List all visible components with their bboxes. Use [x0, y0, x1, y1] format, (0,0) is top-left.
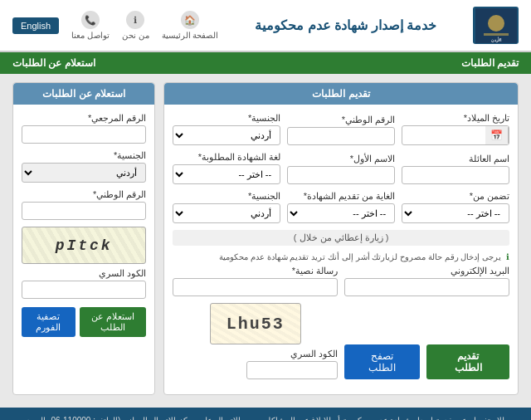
nationality-select[interactable]: أردني أجنبي — [173, 125, 280, 145]
svg-rect-2 — [484, 33, 509, 36]
status-national-no-label: الرقم الوطني* — [22, 189, 146, 200]
nationality2-label: الجنسية* — [173, 191, 280, 202]
form-captcha-input[interactable] — [246, 361, 338, 379]
nav-home-label: الصفحة الرئيسية — [162, 31, 219, 40]
nav-bar: 🏠 الصفحة الرئيسية ℹ من نحن 📞 تواصل معنا … — [12, 11, 218, 40]
form-captcha-field: الكود السري — [173, 349, 338, 379]
form-panel: تقديم الطلبات تاريخ الميلاد* 📅 الرقم الو… — [163, 82, 519, 395]
nationality2-select[interactable]: أردني — [173, 203, 280, 223]
form-captcha-area: Lhu53 الكود السري — [173, 303, 338, 379]
footer-line1: للاستفسار عن خدمة إصدار شهادة عدم محكومي… — [8, 414, 523, 420]
purpose-from-select[interactable]: -- اختر -- — [402, 203, 509, 223]
page-footer: للاستفسار عن خدمة إصدار شهادة عدم محكومي… — [0, 408, 531, 420]
phone-icon: 📞 — [81, 11, 100, 29]
email-label: البريد الإلكتروني — [344, 266, 509, 276]
status-ref-no-field: الرقم المرجعي* — [22, 113, 146, 144]
status-captcha-field: الكود السري — [22, 268, 146, 299]
email-input[interactable] — [344, 278, 509, 296]
status-tab-title: استعلام عن الطلبات — [12, 57, 95, 69]
first-name-field: الاسم الأول* — [287, 154, 395, 184]
nav-about[interactable]: ℹ من نحن — [122, 11, 149, 40]
dob-input[interactable] — [402, 127, 485, 144]
message-label: رسالة نصية* — [173, 266, 338, 276]
cert-lang-select[interactable]: -- اختر -- — [173, 164, 280, 184]
calendar-icon[interactable]: 📅 — [485, 126, 509, 144]
status-gender-field: الجنسية* أردني — [22, 150, 146, 183]
purpose-from-field: تضمن من* -- اختر -- — [402, 191, 509, 223]
sub-header: تقديم الطلبات استعلام عن الطلبات — [0, 52, 531, 74]
status-gender-select[interactable]: أردني — [22, 163, 146, 183]
family-name-label: اسم العائلة — [402, 154, 509, 164]
status-national-no-field: الرقم الوطني* — [22, 189, 146, 220]
first-name-input[interactable] — [287, 166, 395, 184]
status-captcha-input[interactable] — [22, 281, 146, 299]
main-content: تقديم الطلبات تاريخ الميلاد* 📅 الرقم الو… — [0, 74, 531, 403]
family-name-field: اسم العائلة — [402, 154, 509, 184]
form-panel-header: تقديم الطلبات — [164, 83, 518, 105]
dob-field: تاريخ الميلاد* 📅 — [402, 113, 509, 145]
cert-purpose-field: الغاية من تقديم الشهادة* -- اختر -- — [287, 191, 395, 223]
status-captcha-text: pItck — [56, 237, 113, 254]
dob-label: تاريخ الميلاد* — [402, 113, 509, 124]
nav-contact[interactable]: 📞 تواصل معنا — [71, 11, 110, 40]
info-text-content: يرجى إدخال رقم حالة مصروح لزيارتك أشر إل… — [219, 252, 501, 261]
form-body: تاريخ الميلاد* 📅 الرقم الوطني* الجنسية* … — [164, 105, 518, 394]
svg-point-1 — [488, 15, 504, 32]
national-no-field: الرقم الوطني* — [287, 115, 395, 145]
status-btn-row: استعلام عن الطلب تصفية الفورم — [22, 307, 146, 337]
purpose-from-label: تضمن من* — [402, 191, 509, 202]
query-button[interactable]: استعلام عن الطلب — [80, 307, 147, 337]
form-captcha-label: الكود السري — [173, 349, 338, 359]
form-captcha-image: Lhu53 — [210, 303, 301, 344]
status-captcha-label: الكود السري — [22, 268, 146, 279]
english-button[interactable]: English — [12, 17, 59, 34]
national-no-label: الرقم الوطني* — [287, 115, 395, 125]
family-name-input[interactable] — [402, 166, 509, 184]
nav-contact-label: تواصل معنا — [71, 31, 110, 40]
nationality-field: الجنسية* أردني أجنبي — [173, 113, 280, 145]
first-name-label: الاسم الأول* — [287, 154, 395, 164]
bottom-section: تقديم الطلب تصفح الطلب Lhu53 الكود السري — [173, 303, 509, 379]
info-text: ℹ يرجى إدخال رقم حالة مصروح لزيارتك أشر … — [173, 252, 509, 261]
status-panel: استعلام عن الطلبات الرقم المرجعي* الجنسي… — [12, 82, 155, 395]
form-captcha-text: Lhu53 — [227, 315, 285, 334]
dob-wrapper: 📅 — [402, 125, 509, 145]
cert-purpose-select[interactable]: -- اختر -- — [287, 203, 395, 223]
cert-lang-label: لغة الشهادة المطلوبة* — [173, 152, 280, 163]
logo-image: الأردن — [473, 7, 519, 44]
page-title: خدمة إصدار شهادة عدم محكومية — [218, 17, 473, 33]
status-panel-header: استعلام عن الطلبات — [13, 83, 154, 105]
status-ref-no-input[interactable] — [22, 125, 146, 144]
form-row-3: تضمن من* -- اختر -- الغاية من تقديم الشه… — [173, 191, 509, 223]
status-ref-no-label: الرقم المرجعي* — [22, 113, 146, 124]
page-header: الأردن خدمة إصدار شهادة عدم محكومية 🏠 ال… — [0, 0, 531, 52]
info-icon: ℹ — [506, 252, 509, 261]
submit-button[interactable]: تقديم الطلب — [426, 344, 509, 379]
national-no-input[interactable] — [287, 127, 395, 145]
message-field: رسالة نصية* — [173, 266, 338, 296]
svg-text:الأردن: الأردن — [491, 37, 502, 43]
info-icon: ℹ — [126, 11, 144, 29]
home-icon: 🏠 — [181, 11, 199, 29]
cert-lang-field: لغة الشهادة المطلوبة* -- اختر -- — [173, 152, 280, 184]
cert-purpose-label: الغاية من تقديم الشهادة* — [287, 191, 395, 202]
section-divider: ( زيارة إعطائي من خلال ) — [173, 230, 509, 246]
nav-about-label: من نحن — [122, 31, 149, 40]
form-tab-title: تقديم الطلبات — [461, 57, 519, 69]
form-row-1: تاريخ الميلاد* 📅 الرقم الوطني* الجنسية* … — [173, 113, 509, 145]
clear-button[interactable]: تصفية الفورم — [22, 307, 76, 337]
status-body: الرقم المرجعي* الجنسية* أردني الرقم الوط… — [13, 105, 154, 345]
nav-home[interactable]: 🏠 الصفحة الرئيسية — [162, 11, 219, 40]
status-gender-label: الجنسية* — [22, 150, 146, 161]
reset-button[interactable]: تصفح الطلب — [344, 344, 420, 379]
message-email-row: البريد الإلكتروني رسالة نصية* — [173, 266, 509, 296]
logo-area: الأردن — [473, 7, 519, 44]
nationality-label: الجنسية* — [173, 113, 280, 124]
status-captcha-area: pItck الكود السري — [22, 227, 146, 299]
email-field: البريد الإلكتروني — [344, 266, 509, 296]
status-national-no-input[interactable] — [22, 202, 146, 220]
form-row-2: اسم العائلة الاسم الأول* لغة الشهادة الم… — [173, 152, 509, 184]
message-input[interactable] — [173, 278, 338, 296]
status-captcha-image: pItck — [22, 227, 146, 264]
nationality2-field: الجنسية* أردني — [173, 191, 280, 223]
